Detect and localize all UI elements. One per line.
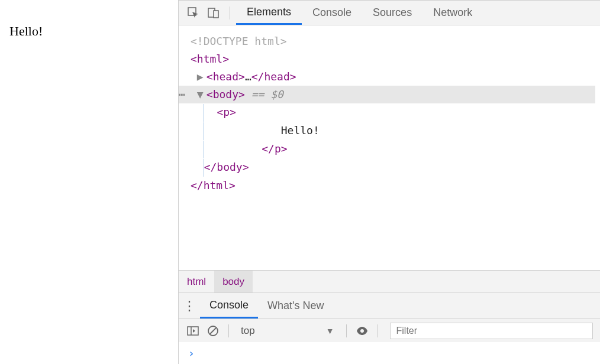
- dom-p-close[interactable]: </p>: [179, 140, 595, 158]
- tab-elements[interactable]: Elements: [236, 1, 302, 25]
- tab-label: Console: [312, 6, 351, 19]
- dom-body-close[interactable]: </body>: [179, 158, 595, 177]
- chevron-down-icon: ▼: [326, 326, 334, 336]
- collapse-arrow-icon[interactable]: ▼: [197, 86, 207, 103]
- expand-arrow-icon[interactable]: ▶: [197, 68, 207, 86]
- console-toolbar-separator: [378, 324, 378, 337]
- console-toolbar-separator: [228, 324, 229, 337]
- page-text: Hello!: [9, 24, 43, 38]
- context-selector[interactable]: top ▼: [237, 325, 338, 337]
- filter-input[interactable]: [390, 323, 593, 339]
- tab-label: Elements: [247, 6, 291, 18]
- drawer-tab-whatsnew[interactable]: What's New: [258, 293, 333, 318]
- drawer-tabs: ⋮ Console What's New: [179, 292, 600, 318]
- main-tabs: Elements Console Sources Network: [236, 1, 483, 25]
- device-toggle-icon[interactable]: [207, 6, 220, 20]
- dom-p-open[interactable]: <p>: [179, 103, 595, 122]
- context-label: top: [241, 325, 255, 337]
- tab-console[interactable]: Console: [302, 1, 362, 25]
- elements-dom-tree[interactable]: <!DOCTYPE html> <html> ▶<head>…</head> ⋯…: [179, 25, 600, 270]
- sidebar-toggle-icon[interactable]: [186, 324, 200, 338]
- console-prompt-icon: ›: [188, 347, 195, 359]
- breadcrumb-body[interactable]: body: [214, 271, 253, 292]
- kebab-menu-icon[interactable]: ⋮: [179, 298, 200, 314]
- toolbar-separator: [230, 6, 230, 20]
- elements-breadcrumb: html body: [179, 270, 600, 292]
- selection-dots-icon: ⋯: [179, 86, 185, 103]
- dom-body-open[interactable]: ⋯ ▼<body> == $0: [179, 86, 595, 103]
- dom-html-open[interactable]: <html>: [179, 50, 595, 68]
- app-root: Hello! Elements Console Sources Network …: [0, 0, 600, 364]
- tab-label: Network: [433, 6, 472, 19]
- drawer-tab-console[interactable]: Console: [200, 293, 258, 318]
- drawer-tab-label: Console: [209, 299, 249, 311]
- dom-html-close[interactable]: </html>: [179, 177, 595, 194]
- tab-network[interactable]: Network: [422, 1, 483, 25]
- drawer-tab-label: What's New: [267, 300, 324, 312]
- dom-p-text[interactable]: Hello!: [179, 122, 595, 140]
- breadcrumb-html[interactable]: html: [179, 271, 214, 292]
- devtools-toolbar: Elements Console Sources Network: [179, 1, 600, 25]
- dom-head[interactable]: ▶<head>…</head>: [179, 68, 595, 86]
- inspect-icon[interactable]: [187, 6, 200, 20]
- tab-label: Sources: [373, 6, 412, 19]
- devtools-panel: Elements Console Sources Network <!DOCTY…: [179, 0, 600, 364]
- tab-sources[interactable]: Sources: [362, 1, 422, 25]
- clear-console-icon[interactable]: [206, 324, 220, 338]
- svg-line-6: [210, 328, 216, 334]
- console-toolbar: top ▼: [179, 318, 600, 342]
- svg-point-7: [360, 329, 364, 333]
- dom-doctype[interactable]: <!DOCTYPE html>: [179, 32, 595, 50]
- rendered-page: Hello!: [0, 0, 179, 364]
- eye-icon[interactable]: [355, 324, 369, 338]
- console-toolbar-separator: [346, 324, 347, 337]
- svg-rect-2: [214, 11, 218, 18]
- console-body[interactable]: ›: [179, 342, 600, 364]
